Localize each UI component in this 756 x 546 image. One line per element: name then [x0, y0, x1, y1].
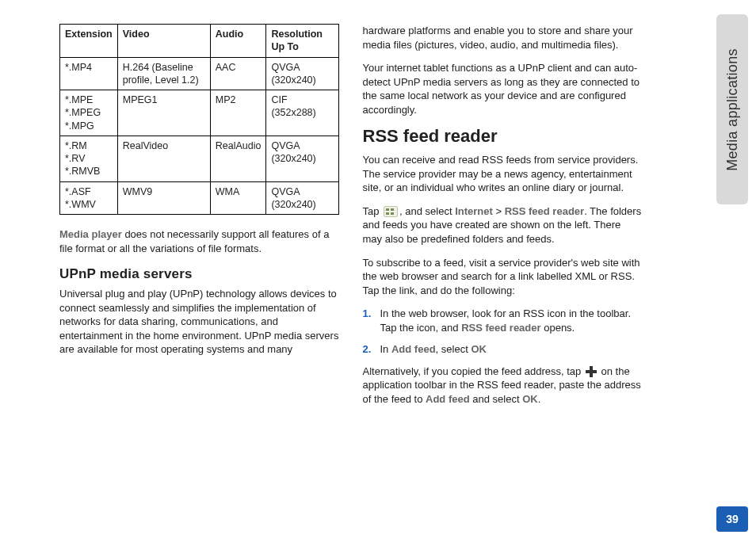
page-number-box: 39 [716, 506, 748, 532]
cell: QVGA (320x240) [266, 57, 338, 90]
rss-tap-para: Tap , and select Internet > RSS feed rea… [363, 204, 643, 246]
step1-b: opens. [541, 322, 575, 334]
cell: *.ASF *.WMV [60, 181, 118, 215]
table-row: *.RM *.RV *.RMVB RealVideo RealAudio QVG… [60, 136, 339, 181]
alt-para: Alternatively, if you copied the feed ad… [363, 365, 643, 407]
left-column: Extension Video Audio Resolution Up To *… [59, 24, 339, 415]
table-row: *.ASF *.WMV WMV9 WMA QVGA (320x240) [60, 181, 339, 215]
alt-c: and select [470, 393, 523, 405]
page-number: 39 [726, 513, 739, 525]
media-player-term: Media player [59, 228, 122, 240]
cell: AAC [210, 57, 266, 90]
table-row: *.MP4 H.264 (Baseline profile, Level 1.2… [60, 57, 339, 90]
step2-a: In [380, 343, 391, 355]
alt-d: . [538, 393, 541, 405]
cell: H.264 (Baseline profile, Level 1.2) [117, 57, 210, 90]
cell: WMV9 [117, 181, 210, 215]
app-menu-icon [384, 206, 398, 217]
step-1: 1. In the web browser, look for an RSS i… [363, 307, 643, 334]
th-resolution: Resolution Up To [266, 25, 338, 58]
gt: > [493, 205, 505, 217]
table-row: *.MPE *.MPEG *.MPG MPEG1 MP2 CIF (352x28… [60, 90, 339, 136]
side-tab-label: Media applications [724, 48, 741, 171]
step-2: 2. In Add feed, select OK [363, 342, 643, 357]
cell: CIF (352x288) [266, 90, 338, 136]
cell: MP2 [210, 90, 266, 136]
cell: QVGA (320x240) [266, 136, 338, 181]
tap-word: Tap [363, 205, 383, 217]
format-table: Extension Video Audio Resolution Up To *… [59, 24, 339, 215]
cell: WMA [210, 181, 266, 215]
th-extension: Extension [60, 25, 118, 58]
alt-a: Alternatively, if you copied the feed ad… [363, 365, 584, 377]
upnp-heading: UPnP media servers [59, 266, 339, 282]
step-number: 2. [363, 342, 372, 357]
cell: *.RM *.RV *.RMVB [60, 136, 118, 181]
cell: *.MPE *.MPEG *.MPG [60, 90, 118, 136]
step2-b: , select [436, 343, 472, 355]
rss-para-1: You can receive and read RSS feeds from … [363, 153, 643, 195]
cell: RealAudio [210, 136, 266, 181]
step2-ref2: OK [471, 343, 487, 355]
upnp-cont-1: hardware platforms and enable you to sto… [363, 24, 643, 52]
cell: *.MP4 [60, 57, 118, 90]
plus-icon [586, 366, 597, 377]
alt-ref1: Add feed [426, 393, 470, 405]
upnp-cont-2: Your internet tablet functions as a UPnP… [363, 61, 643, 116]
th-audio: Audio [210, 25, 266, 58]
page-content: Extension Video Audio Resolution Up To *… [0, 0, 689, 431]
alt-ref2: OK [522, 393, 538, 405]
upnp-paragraph: Universal plug and play (UPnP) technolog… [59, 287, 339, 357]
media-player-note: Media player does not necessarily suppor… [59, 227, 339, 255]
side-tab: Media applications [716, 14, 748, 204]
cell: QVGA (320x240) [266, 181, 338, 215]
step2-ref1: Add feed [391, 343, 436, 355]
rss-ref: RSS feed reader [505, 205, 584, 217]
step1-ref: RSS feed reader [461, 322, 540, 334]
th-video: Video [117, 25, 210, 58]
step-number: 1. [363, 307, 372, 321]
tap-mid: , and select [399, 205, 455, 217]
table-header-row: Extension Video Audio Resolution Up To [60, 25, 339, 58]
right-column: hardware platforms and enable you to sto… [363, 24, 643, 415]
steps-list: 1. In the web browser, look for an RSS i… [363, 307, 643, 357]
rss-heading: RSS feed reader [363, 126, 643, 147]
subscribe-para: To subscribe to a feed, visit a service … [363, 256, 643, 298]
cell: MPEG1 [117, 90, 210, 136]
cell: RealVideo [117, 136, 210, 181]
internet-ref: Internet [455, 205, 493, 217]
